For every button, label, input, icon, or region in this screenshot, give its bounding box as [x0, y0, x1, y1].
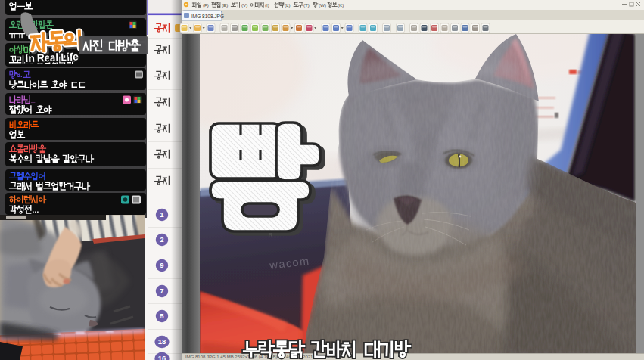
svg-text:.: .	[20, 70, 23, 79]
svg-text:7: 7	[160, 287, 163, 295]
svg-text:16: 16	[158, 354, 166, 360]
svg-text:18: 18	[158, 337, 166, 346]
svg-text:_: _	[30, 95, 36, 104]
svg-text:(V): (V)	[241, 2, 247, 8]
svg-text:(K): (K)	[338, 2, 344, 8]
svg-text:1: 1	[160, 210, 164, 219]
svg-text:IMG 8108.JPG: IMG 8108.JPG	[191, 14, 224, 19]
svg-text:(W): (W)	[319, 2, 326, 8]
svg-text:(T): (T)	[303, 2, 310, 8]
svg-text:(L): (L)	[285, 2, 291, 8]
svg-text:2: 2	[160, 235, 163, 244]
svg-text:9: 9	[160, 261, 163, 269]
svg-text:R: R	[269, 232, 272, 237]
svg-text:.: .	[37, 206, 39, 214]
svg-text:(F): (F)	[203, 2, 209, 8]
svg-text:(E): (E)	[222, 2, 228, 8]
svg-text:(I): (I)	[265, 2, 269, 8]
svg-text:5: 5	[160, 312, 164, 320]
svg-text:In Real Life: In Real Life	[26, 51, 79, 64]
